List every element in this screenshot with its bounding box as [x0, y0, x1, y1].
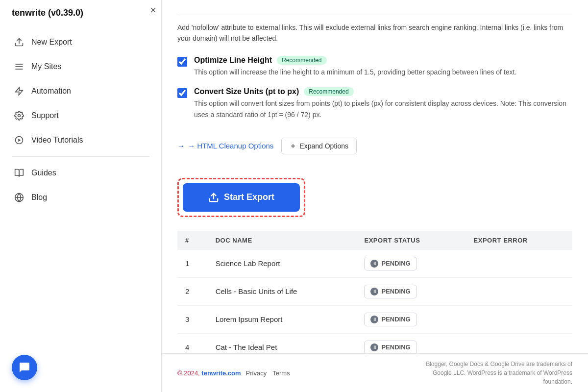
- start-export-button[interactable]: Start Export: [183, 183, 300, 212]
- terms-link[interactable]: Terms: [272, 369, 290, 377]
- sidebar-item-label-my-sites: My Sites: [31, 62, 61, 71]
- export-section: Start Export # DOC NAME EXPORT STATUS EX…: [162, 168, 588, 353]
- col-header-doc-name: DOC NAME: [208, 231, 357, 250]
- optimize-line-height-checkbox[interactable]: [177, 57, 187, 67]
- recommended-badge-2: Recommended: [304, 87, 353, 96]
- menu-icon: [14, 61, 24, 72]
- pending-icon-1: [370, 260, 378, 268]
- gear-icon: [14, 110, 24, 121]
- col-header-export-status: EXPORT STATUS: [356, 231, 466, 250]
- row-1-doc-name: Science Lab Report: [208, 250, 357, 278]
- sidebar-item-label-support: Support: [31, 111, 59, 120]
- svg-point-5: [18, 115, 21, 117]
- pending-badge-1: PENDING: [364, 257, 416, 270]
- optimize-line-height-content: Optimize Line Height Recommended This op…: [194, 56, 516, 77]
- row-2-doc-name: Cells - Basic Units of Life: [208, 277, 357, 305]
- sidebar-item-label-automation: Automation: [31, 87, 71, 96]
- sidebar-item-label-new-export: New Export: [31, 38, 72, 47]
- convert-size-units-checkbox[interactable]: [177, 88, 187, 98]
- row-3-status: PENDING: [356, 305, 466, 333]
- pending-icon-2: [370, 288, 378, 295]
- chat-button[interactable]: [12, 355, 37, 380]
- nofollow-description: Add 'nofollow' attribute to external lin…: [177, 12, 572, 44]
- table-row: 2 Cells - Basic Units of Life PENDING: [177, 277, 572, 305]
- optimize-line-height-desc: This option will increase the line heigh…: [194, 67, 516, 77]
- footer-links: Privacy Terms: [246, 369, 290, 377]
- sidebar-item-automation[interactable]: Automation: [0, 79, 161, 103]
- convert-size-units-content: Convert Size Units (pt to px) Recommende…: [194, 87, 572, 120]
- row-4-num: 4: [177, 333, 208, 353]
- content-panel: Add 'nofollow' attribute to external lin…: [162, 0, 588, 353]
- table-header-row: # DOC NAME EXPORT STATUS EXPORT ERROR: [177, 231, 572, 250]
- main-content: Add 'nofollow' attribute to external lin…: [162, 0, 588, 392]
- pending-badge-4: PENDING: [364, 341, 416, 353]
- inner-panel: Add 'nofollow' attribute to external lin…: [162, 0, 588, 353]
- export-upload-icon: [208, 192, 219, 203]
- start-export-wrapper: Start Export: [177, 178, 305, 217]
- convert-size-units-title: Convert Size Units (pt to px) Recommende…: [194, 87, 572, 96]
- sidebar-item-blog[interactable]: Blog: [0, 185, 161, 210]
- pending-badge-2: PENDING: [364, 285, 416, 298]
- sidebar-item-label-video-tutorials: Video Tutorials: [31, 136, 83, 145]
- expand-options-button[interactable]: Expand Options: [281, 138, 357, 154]
- play-icon: [14, 135, 24, 146]
- table-body: 1 Science Lab Report PENDING: [177, 250, 572, 353]
- convert-size-units-row: Convert Size Units (pt to px) Recommende…: [177, 87, 572, 120]
- optimize-line-height-title: Optimize Line Height Recommended: [194, 56, 516, 65]
- footer: © 2024, tenwrite.com Privacy Terms Blogg…: [162, 353, 588, 392]
- col-header-export-error: EXPORT ERROR: [466, 231, 573, 250]
- row-1-status: PENDING: [356, 250, 466, 278]
- sidebar-item-guides[interactable]: Guides: [0, 161, 161, 185]
- sidebar-item-new-export[interactable]: New Export: [0, 30, 161, 54]
- table-header: # DOC NAME EXPORT STATUS EXPORT ERROR: [177, 231, 572, 250]
- sidebar-item-support[interactable]: Support: [0, 103, 161, 128]
- optimize-line-height-row: Optimize Line Height Recommended This op…: [177, 56, 572, 77]
- sidebar-header: tenwrite (v0.39.0) ×: [0, 0, 161, 22]
- cleanup-row: → → HTML Cleanup Options Expand Options: [177, 130, 572, 158]
- sidebar-item-video-tutorials[interactable]: Video Tutorials: [0, 128, 161, 152]
- privacy-link[interactable]: Privacy: [246, 369, 267, 377]
- row-2-error: [466, 277, 573, 305]
- row-1-error: [466, 250, 573, 278]
- app-container: tenwrite (v0.39.0) × New Export: [0, 0, 588, 392]
- footer-copyright: © 2024, tenwrite.com: [177, 369, 241, 377]
- bolt-icon: [14, 86, 24, 97]
- row-3-doc-name: Lorem Ipsum Report: [208, 305, 357, 333]
- row-3-error: [466, 305, 573, 333]
- row-2-status: PENDING: [356, 277, 466, 305]
- row-4-status: PENDING: [356, 333, 466, 353]
- close-button[interactable]: ×: [150, 5, 156, 16]
- pending-icon-4: [370, 343, 378, 351]
- sidebar-item-label-blog: Blog: [31, 193, 47, 202]
- sidebar: tenwrite (v0.39.0) × New Export: [0, 0, 162, 392]
- row-3-num: 3: [177, 305, 208, 333]
- html-cleanup-link[interactable]: → → HTML Cleanup Options: [177, 142, 273, 150]
- nav-divider: [12, 156, 149, 157]
- options-section: Add 'nofollow' attribute to external lin…: [162, 0, 588, 168]
- book-icon: [14, 168, 24, 178]
- arrow-icon: →: [177, 142, 185, 150]
- pending-icon-3: [370, 316, 378, 323]
- row-4-doc-name: Cat - The Ideal Pet: [208, 333, 357, 353]
- footer-disclaimer: Blogger, Google Docs & Google Drive are …: [416, 360, 572, 386]
- sidebar-item-label-guides: Guides: [31, 169, 56, 177]
- convert-size-units-desc: This option will convert font sizes from…: [194, 98, 572, 120]
- col-header-num: #: [177, 231, 208, 250]
- globe-icon: [14, 192, 24, 203]
- expand-icon: [290, 143, 296, 149]
- row-2-num: 2: [177, 277, 208, 305]
- sidebar-item-my-sites[interactable]: My Sites: [0, 54, 161, 79]
- svg-marker-7: [18, 139, 21, 142]
- recommended-badge-1: Recommended: [277, 56, 326, 65]
- table-row: 1 Science Lab Report PENDING: [177, 250, 572, 278]
- row-1-num: 1: [177, 250, 208, 278]
- pending-badge-3: PENDING: [364, 313, 416, 326]
- footer-left: © 2024, tenwrite.com Privacy Terms: [177, 369, 290, 377]
- table-row: 4 Cat - The Ideal Pet PENDING: [177, 333, 572, 353]
- app-title: tenwrite (v0.39.0): [12, 8, 149, 18]
- upload-icon: [14, 37, 24, 48]
- row-4-error: [466, 333, 573, 353]
- table-row: 3 Lorem Ipsum Report PENDING: [177, 305, 572, 333]
- chat-icon: [19, 362, 30, 373]
- footer-site-link[interactable]: tenwrite.com: [201, 369, 241, 377]
